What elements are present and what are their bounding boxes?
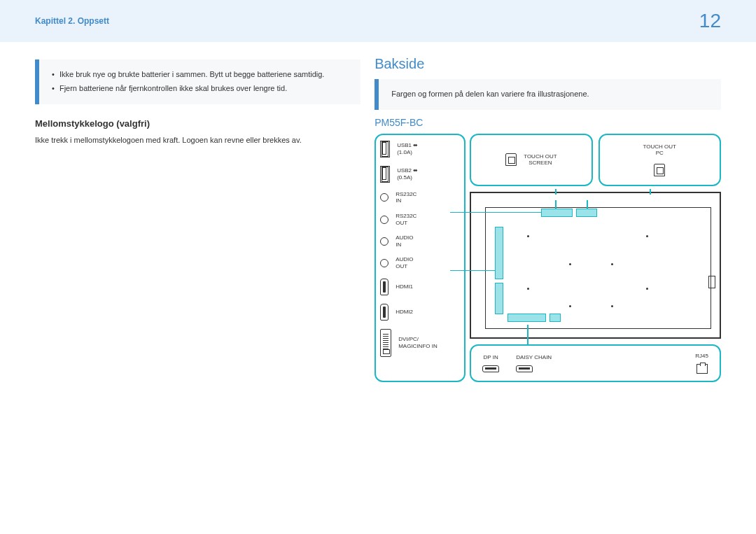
bottom-ports-box: DP IN DAISY CHAIN RJ45 [470,344,721,382]
audio-out-port: AUDIO OUT [380,256,460,269]
port-label: AUDIO OUT [396,256,413,269]
jack-icon [380,259,388,267]
left-column: Ikke bruk nye og brukte batterier i samm… [35,42,360,382]
rs232c-in-port: RS232C IN [380,191,460,204]
info-item: Fjern batteriene når fjernkontrollen ikk… [52,82,348,96]
port-label: AUDIO IN [396,234,413,248]
port-label: USB1 ⬌ (1.0A) [397,142,418,155]
page-header: Kapittel 2. Oppsett 12 [0,0,756,42]
port-panel: USB1 ⬌ (1.0A) USB2 ⬌ (0.5A) RS232C IN RS… [374,134,465,382]
dvi-icon [380,329,391,357]
usb-b-icon [654,164,665,176]
port-label: HDMI1 [396,283,413,290]
right-column: Bakside Fargen og formen på delen kan va… [374,42,721,382]
port-label: RJ45 [695,353,708,360]
port-label: DVI/PC/ MAGICINFO IN [398,336,438,349]
hdmi-icon [380,304,388,321]
hdmi1-port: HDMI1 [380,279,460,295]
right-diagrams: TOUCH OUT SCREEN TOUCH OUT PC [470,134,721,382]
info-item: Ikke bruk nye og brukte batterier i samm… [52,68,348,82]
port-label: TOUCH OUT SCREEN [524,153,556,167]
page-number: 12 [699,10,721,32]
jack-icon [380,216,388,224]
usb-icon [382,167,388,182]
dp-icon [482,365,499,372]
jack-icon [380,237,388,246]
jack-icon [380,193,388,202]
port-label: DP IN [482,354,499,361]
usb1-port: USB1 ⬌ (1.0A) [380,141,460,157]
port-label: TOUCH OUT PC [643,143,676,157]
color-note-text: Fargen og formen på delen kan variere fr… [391,90,589,98]
spacer-logo-heading: Mellomstykkelogo (valgfri) [35,118,360,129]
usb-b-icon [505,153,517,166]
diagram-layout: USB1 ⬌ (1.0A) USB2 ⬌ (0.5A) RS232C IN RS… [374,134,721,382]
chapter-title: Kapittel 2. Oppsett [35,16,109,26]
page-content: Ikke bruk nye og brukte batterier i samm… [0,42,756,382]
port-label: USB2 ⬌ (0.5A) [397,167,418,181]
dp-icon [516,365,533,372]
rj45-icon [696,364,708,374]
port-label: RS232C IN [396,191,416,204]
device-back-illustration [470,192,721,339]
port-label: RS232C OUT [396,213,416,226]
port-label: DAISY CHAIN [516,354,552,361]
port-label: HDMI2 [396,309,413,316]
color-note-box: Fargen og formen på delen kan variere fr… [374,79,721,110]
usb2-port: USB2 ⬌ (0.5A) [380,166,460,183]
hdmi2-port: HDMI2 [380,304,460,321]
spacer-logo-text: Ikke trekk i mellomstykkelogoen med kraf… [35,134,360,147]
model-name: PM55F-BC [374,117,721,128]
touchout-screen-box: TOUCH OUT SCREEN [470,134,592,186]
hdmi-icon [380,279,388,295]
touchout-pc-box: TOUCH OUT PC [598,134,721,186]
audio-in-port: AUDIO IN [380,234,460,248]
backside-heading: Bakside [374,56,721,72]
battery-info-box: Ikke bruk nye og brukte batterier i samm… [35,59,360,104]
dvi-port: DVI/PC/ MAGICINFO IN [380,329,460,357]
rs232c-out-port: RS232C OUT [380,213,460,226]
usb-icon [382,141,388,157]
